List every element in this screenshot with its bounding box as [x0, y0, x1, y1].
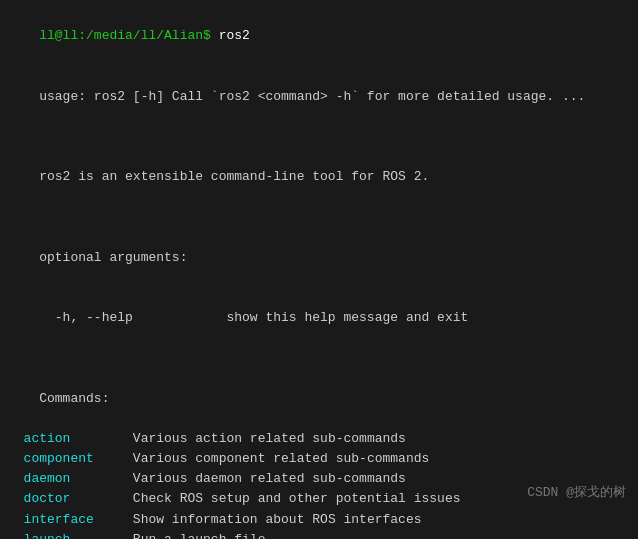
cmd-desc: Run a launch file — [133, 532, 266, 539]
command1: ros2 — [219, 28, 250, 43]
commands-header-text: Commands: — [39, 391, 109, 406]
line-prompt1: ll@ll:/media/ll/Alian$ ros2 — [8, 6, 630, 66]
line-blank3 — [8, 348, 630, 368]
line-blank2 — [8, 207, 630, 227]
command-row: action Various action related sub-comman… — [8, 429, 630, 449]
prompt-user1: ll@ll:/media/ll/Alian$ — [39, 28, 218, 43]
line-commands-header: Commands: — [8, 369, 630, 429]
cmd-name: action — [24, 431, 71, 446]
cmd-name: component — [24, 451, 94, 466]
cmd-name: interface — [24, 512, 94, 527]
command-row: launch Run a launch file — [8, 530, 630, 539]
cmd-desc: Show information about ROS interfaces — [133, 512, 422, 527]
cmd-desc: Various daemon related sub-commands — [133, 471, 406, 486]
watermark: CSDN @探戈的树 — [527, 483, 626, 501]
usage-text: usage: ros2 [-h] Call `ros2 <command> -h… — [39, 89, 585, 104]
line-blank1 — [8, 127, 630, 147]
cmd-desc: Various component related sub-commands — [133, 451, 429, 466]
line-help-flag: -h, --help show this help message and ex… — [8, 288, 630, 348]
desc-text: ros2 is an extensible command-line tool … — [39, 169, 429, 184]
cmd-name: daemon — [24, 471, 71, 486]
cmd-name: doctor — [24, 491, 71, 506]
line-optional-header: optional arguments: — [8, 228, 630, 288]
cmd-name: launch — [24, 532, 71, 539]
optional-header-text: optional arguments: — [39, 250, 187, 265]
command-row: interface Show information about ROS int… — [8, 510, 630, 530]
help-flag-text: -h, --help show this help message and ex… — [39, 310, 468, 325]
terminal: ll@ll:/media/ll/Alian$ ros2 usage: ros2 … — [0, 0, 638, 539]
line-desc: ros2 is an extensible command-line tool … — [8, 147, 630, 207]
command-row: component Various component related sub-… — [8, 449, 630, 469]
line-usage: usage: ros2 [-h] Call `ros2 <command> -h… — [8, 66, 630, 126]
cmd-desc: Check ROS setup and other potential issu… — [133, 491, 461, 506]
cmd-desc: Various action related sub-commands — [133, 431, 406, 446]
